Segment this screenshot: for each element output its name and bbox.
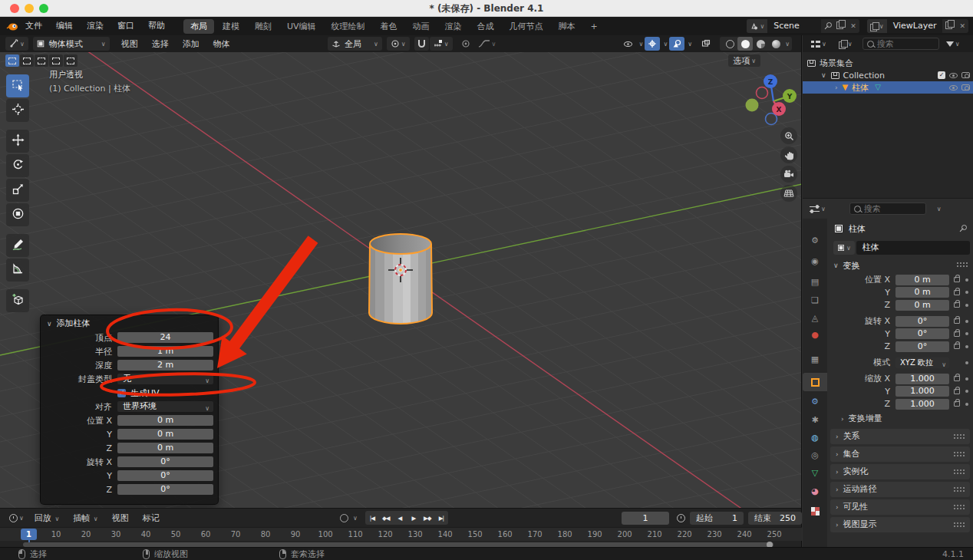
- zoom-view-button[interactable]: [780, 127, 797, 144]
- lock-icon[interactable]: [954, 344, 960, 349]
- menubar-menu-渲染[interactable]: 渲染: [80, 17, 110, 35]
- transform-value-field[interactable]: 0°: [895, 328, 949, 339]
- breadcrumb-object-name[interactable]: 柱体: [849, 223, 866, 235]
- show-visibility-toggle[interactable]: [621, 37, 636, 51]
- properties-section-实例化[interactable]: ›实例化: [830, 464, 970, 479]
- panel-grip-icon[interactable]: [953, 522, 965, 528]
- properties-options-icon[interactable]: ∨: [937, 206, 942, 212]
- shading-solid-button[interactable]: [737, 37, 753, 51]
- pivot-point-selector[interactable]: ∨: [387, 37, 410, 51]
- operator-field-Y[interactable]: 0 m: [117, 429, 213, 440]
- auto-keying-toggle[interactable]: [336, 511, 351, 525]
- animate-property-dot[interactable]: [965, 361, 968, 364]
- duplicate-scene-button[interactable]: [833, 19, 847, 33]
- viewport-menu-选择[interactable]: 选择: [145, 38, 176, 50]
- workspace-tab-雕刻[interactable]: 雕刻: [248, 19, 279, 34]
- select-mode-set-button[interactable]: [5, 54, 19, 67]
- workspace-tab-渲染[interactable]: 渲染: [438, 19, 469, 34]
- pin-id-icon[interactable]: [958, 224, 967, 233]
- orthographic-toggle-button[interactable]: [780, 185, 797, 202]
- tool-transform-button[interactable]: [6, 203, 29, 226]
- add-view-layer-button[interactable]: [942, 19, 956, 33]
- scene-name[interactable]: Scene: [767, 19, 821, 33]
- workspace-tab-动画[interactable]: 动画: [406, 19, 437, 34]
- outliner-row-场景集合[interactable]: 场景集合: [803, 57, 973, 69]
- panel-grip-icon[interactable]: [953, 486, 965, 492]
- snap-toggle[interactable]: [414, 37, 429, 51]
- timeline-menu-插帧[interactable]: 插帧 ∨: [66, 512, 104, 524]
- properties-tab-tool[interactable]: ⚙: [803, 231, 827, 249]
- proportional-editing-toggle[interactable]: [457, 37, 474, 51]
- transform-value-field[interactable]: 0 m: [895, 275, 949, 285]
- animate-property-dot[interactable]: [965, 304, 968, 307]
- play-reverse-button[interactable]: ◀: [393, 511, 407, 525]
- transform-orientation-selector[interactable]: 全局 ∨: [328, 37, 382, 51]
- auto-key-clock-icon[interactable]: [677, 514, 685, 522]
- tool-cursor-button[interactable]: [6, 99, 29, 122]
- timeline-menu-回放[interactable]: 回放 ∨: [28, 512, 66, 524]
- show-gizmo-toggle[interactable]: [645, 37, 660, 51]
- animate-property-dot[interactable]: [965, 278, 968, 282]
- transform-value-field[interactable]: 0 m: [895, 287, 949, 298]
- operator-field-半径[interactable]: 1 m: [117, 346, 213, 357]
- operator-field-Y[interactable]: 0°: [117, 470, 213, 481]
- transform-value-field[interactable]: 1.000: [895, 399, 949, 410]
- add-workspace-button[interactable]: +: [584, 20, 605, 33]
- play-button[interactable]: ▶: [407, 511, 421, 525]
- next-keyframe-button[interactable]: ▶◆: [421, 511, 434, 525]
- outliner-item-name[interactable]: Collection: [843, 71, 885, 81]
- tool-scale-button[interactable]: [6, 179, 29, 202]
- chevron-right-icon[interactable]: ›: [835, 84, 838, 91]
- panel-grip-icon[interactable]: [953, 451, 965, 457]
- lock-icon[interactable]: [954, 389, 960, 394]
- transform-value-field[interactable]: 0 m: [895, 300, 949, 311]
- outliner-item-name[interactable]: 场景集合: [820, 58, 853, 69]
- camera-view-button[interactable]: [780, 166, 797, 183]
- pin-scene-icon[interactable]: [823, 21, 832, 31]
- view-layer-icon[interactable]: ∨: [867, 19, 887, 33]
- workspace-tab-几何节点[interactable]: 几何节点: [503, 19, 550, 34]
- outliner-item-name[interactable]: 柱体: [852, 82, 869, 94]
- current-frame-field[interactable]: 1: [622, 512, 669, 525]
- disable-in-renders-icon[interactable]: [961, 72, 970, 78]
- remove-view-layer-button[interactable]: ✕: [956, 19, 968, 33]
- properties-tab-output[interactable]: ▤: [803, 272, 827, 291]
- properties-tab-object[interactable]: [803, 373, 827, 391]
- lock-icon[interactable]: [954, 376, 960, 381]
- outliner-row-Collection[interactable]: ∨Collection✓: [803, 69, 973, 81]
- properties-section-关系[interactable]: ›关系: [830, 429, 970, 444]
- outliner-row-柱体[interactable]: ›▼柱体▽: [803, 81, 973, 94]
- object-name-field[interactable]: 柱体: [856, 241, 970, 255]
- properties-tab-scene[interactable]: ◬: [803, 308, 827, 327]
- current-frame-badge[interactable]: 1: [21, 529, 37, 540]
- lock-icon[interactable]: [954, 277, 960, 282]
- view-layer-name[interactable]: ViewLayer: [887, 19, 943, 33]
- viewport-menu-添加[interactable]: 添加: [176, 38, 206, 50]
- animate-property-dot[interactable]: [965, 345, 968, 348]
- menubar-menu-文件[interactable]: 文件: [18, 17, 49, 35]
- transform-value-field[interactable]: 1.000: [895, 386, 949, 397]
- viewport-3d[interactable]: 用户透视 (1) Collection | 柱体 选项∨ Z Y X: [0, 52, 802, 508]
- operator-dropdown-封盖类型[interactable]: 无∨: [117, 374, 213, 384]
- animate-property-dot[interactable]: [965, 390, 968, 393]
- properties-section-运动路径[interactable]: ›运动路径: [830, 482, 970, 497]
- panel-grip-icon[interactable]: [953, 433, 965, 440]
- hide-in-viewport-icon[interactable]: [949, 73, 958, 78]
- select-mode-intersect-button[interactable]: [64, 54, 78, 67]
- viewport-menu-物体[interactable]: 物体: [206, 38, 237, 50]
- jump-to-end-button[interactable]: ▶|: [434, 511, 448, 525]
- properties-editor-type-button[interactable]: ∨: [806, 202, 830, 216]
- properties-tab-modifiers[interactable]: ⚙: [803, 392, 827, 410]
- shading-rendered-button[interactable]: [768, 37, 783, 51]
- operator-field-旋转 X[interactable]: 0°: [117, 456, 213, 467]
- properties-tab-render[interactable]: ◉: [803, 252, 827, 270]
- gizmo-neg-x-ball[interactable]: [757, 87, 768, 99]
- transform-value-field[interactable]: 0°: [895, 316, 949, 327]
- animate-property-dot[interactable]: [965, 377, 968, 380]
- proportional-falloff-selector[interactable]: ∨: [474, 37, 500, 51]
- properties-tab-material[interactable]: ◕: [803, 482, 827, 500]
- panel-grip-icon[interactable]: [953, 504, 965, 510]
- timeline-menu-视图[interactable]: 视图: [105, 512, 136, 524]
- tool-add-cube-button[interactable]: [6, 289, 29, 312]
- operator-panel-add-cylinder[interactable]: ∨添加柱体 顶点24半径1 m深度2 m封盖类型无∨✓生成UV对齐世界环境∨位置…: [40, 315, 219, 505]
